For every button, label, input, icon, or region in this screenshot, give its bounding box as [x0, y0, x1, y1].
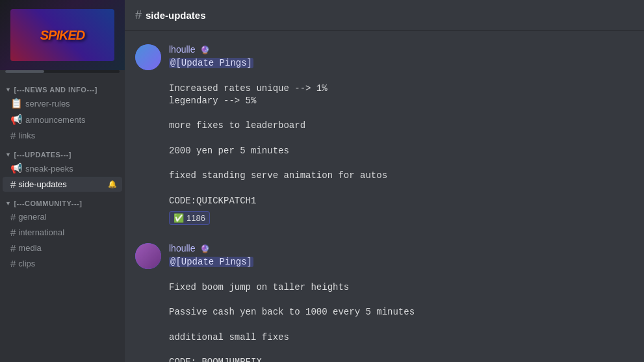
rules-icon: 📋 [10, 97, 23, 109]
hash-icon: # [10, 242, 16, 253]
hash-icon: # [10, 179, 16, 190]
channel-item-announcements[interactable]: 📢 announcements [3, 112, 122, 127]
scrollbar-thumb [5, 70, 44, 73]
channel-item-general[interactable]: # general [3, 209, 122, 224]
channel-list: ▼ [---NEWS AND INFO---] 📋 server-rules 📢… [0, 73, 125, 362]
channel-item-media[interactable]: # media [3, 240, 122, 255]
channel-name: server-rules [25, 99, 70, 109]
badge-emoji: 🔮 [200, 45, 210, 55]
category-news-label: [---NEWS AND INFO---] [14, 86, 97, 94]
avatar-image [135, 44, 161, 70]
channel-item-international[interactable]: # international [3, 225, 122, 240]
hash-icon: # [10, 227, 16, 238]
channel-name: side-updates [18, 179, 66, 189]
reaction-count: 1186 [187, 213, 205, 223]
channel-name: general [18, 212, 46, 222]
chevron-icon: ▼ [5, 86, 11, 93]
message-body: Fixed boom jump on taller heights Passiv… [169, 282, 415, 363]
message-header: lhoulle 🔮 [169, 243, 634, 253]
bell-icon: 🔔 [108, 180, 117, 188]
channel-name: announcements [25, 115, 86, 125]
avatar-image [135, 243, 161, 269]
message-username: lhoulle [169, 44, 195, 55]
chevron-icon: ▼ [5, 200, 11, 207]
message-header: lhoulle 🔮 [169, 44, 634, 55]
channel-name: international [18, 227, 64, 237]
channel-header: # side-updates [125, 0, 644, 31]
category-community-label: [---COMMUNITY---] [14, 200, 82, 207]
category-community[interactable]: ▼ [---COMMUNITY---] [0, 197, 125, 209]
category-updates[interactable]: ▼ [---UPDATES---] [0, 148, 125, 160]
server-logo: SPIKED [10, 9, 114, 61]
message-content: lhoulle 🔮 @[Update Pings] Increased rate… [169, 44, 634, 225]
channel-item-server-rules[interactable]: 📋 server-rules [3, 96, 122, 111]
message-username: lhoulle [169, 243, 195, 253]
message-text: @[Update Pings] Fixed boom jump on talle… [169, 256, 634, 362]
channel-name: clips [18, 259, 35, 268]
mention-tag: @[Update Pings] [169, 58, 253, 68]
channel-item-clips[interactable]: # clips [3, 256, 122, 271]
message-divider [125, 230, 644, 240]
reaction[interactable]: ✅ 1186 [169, 211, 210, 225]
chevron-icon: ▼ [5, 151, 11, 158]
badge-emoji: 🔮 [200, 244, 210, 253]
announce-icon: 📢 [10, 114, 23, 125]
message-text: @[Update Pings] Increased rates unique -… [169, 57, 634, 207]
scrollbar-track [5, 70, 120, 73]
message-content: lhoulle 🔮 @[Update Pings] Fixed boom jum… [169, 243, 634, 362]
channel-name: links [18, 131, 35, 140]
channel-item-sneak-peeks[interactable]: 📢 sneak-peeks [3, 161, 122, 176]
messages-area[interactable]: lhoulle 🔮 @[Update Pings] Increased rate… [125, 31, 644, 362]
message-group: lhoulle 🔮 @[Update Pings] Fixed boom jum… [125, 240, 644, 362]
hash-icon: # [135, 8, 142, 22]
server-banner[interactable]: SPIKED [0, 0, 125, 70]
channel-name: sneak-peeks [25, 164, 73, 174]
hash-icon: # [10, 130, 16, 141]
avatar [135, 243, 161, 269]
channel-header-name: side-updates [146, 10, 206, 21]
hash-icon: # [10, 258, 16, 269]
message-group: lhoulle 🔮 @[Update Pings] Increased rate… [125, 42, 644, 227]
hash-icon: # [10, 211, 16, 222]
message-body: Increased rates unique --> 1% legendary … [169, 83, 387, 206]
scrollbar-area [0, 70, 125, 73]
category-updates-label: [---UPDATES---] [14, 151, 71, 159]
reaction-emoji: ✅ [174, 213, 184, 223]
avatar [135, 44, 161, 70]
sidebar: SPIKED ▼ [---NEWS AND INFO---] 📋 server-… [0, 0, 125, 362]
main-content: # side-updates lhoulle 🔮 @[Update Pings]… [125, 0, 644, 362]
channel-item-links[interactable]: # links [3, 128, 122, 143]
announce-icon: 📢 [10, 162, 23, 174]
category-news[interactable]: ▼ [---NEWS AND INFO---] [0, 83, 125, 95]
channel-item-side-updates[interactable]: # side-updates 🔔 [3, 177, 122, 192]
channel-name: media [18, 243, 41, 253]
mention-tag: @[Update Pings] [169, 257, 253, 267]
